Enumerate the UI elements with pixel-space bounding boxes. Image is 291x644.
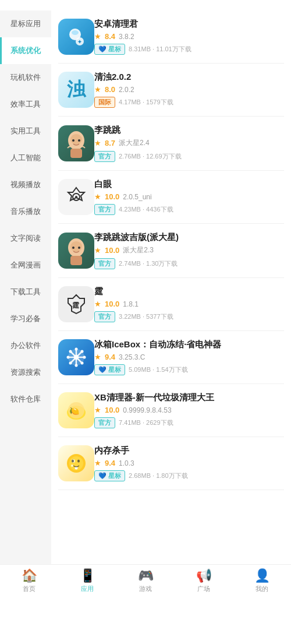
star-icon-memory: ★ [94, 459, 101, 467]
app-icon-ting: 霆 [58, 286, 94, 322]
nav-item-square[interactable]: 📢 广场 [175, 565, 233, 597]
svg-point-6 [72, 139, 74, 142]
nav-item-games[interactable]: 🎮 游戏 [116, 565, 175, 597]
app-info-xb: XB清理器-新一代垃圾清理大王 ★ 10.0 0.9999.9.8.4.53 官… [94, 392, 284, 428]
svg-text:霆: 霆 [72, 301, 80, 309]
nav-item-apps[interactable]: 📱 应用 [58, 565, 116, 597]
app-version-litiaotiao2: 派大星2.3 [123, 245, 154, 255]
sidebar-item-efficiency[interactable]: 效率工具 [0, 91, 51, 118]
app-item-cleaner[interactable]: ✦ 安卓清理君 ★ 8.4 3.8.2 💙 星标 8.31MB · 11.01万… [58, 10, 284, 64]
app-item-xb[interactable]: 🍋 XB清理器-新一代垃圾清理大王 ★ 10.0 0.9999.9.8.4.53… [58, 384, 284, 437]
app-rating-row-xb: ★ 10.0 0.9999.9.8.4.53 [94, 406, 284, 414]
app-name-cleaner: 安卓清理君 [94, 19, 284, 30]
svg-point-35 [71, 464, 73, 467]
app-item-qingzhuo[interactable]: 浊 清浊2.0.2 ★ 8.0 2.0.2 国际 4.17MB · 1579下载 [58, 64, 284, 117]
app-version-ting: 1.8.1 [123, 300, 139, 308]
app-info-litiaotiao2: 李跳跳波吉版(派大星) ★ 10.0 派大星2.3 官方 2.74MB · 1.… [94, 232, 284, 269]
nav-label-square: 广场 [197, 585, 210, 593]
badge-icebox: 💙 星标 [94, 364, 125, 375]
app-size-dl-qingzhuo: 4.17MB · 1579下载 [119, 98, 173, 107]
app-version-baiyan: 2.0.5_uni [123, 193, 151, 201]
badge-baiyan: 官方 [94, 204, 115, 215]
app-size-dl-memory: 2.68MB · 1.80万下载 [129, 471, 188, 480]
svg-point-13 [70, 241, 82, 252]
app-rating-row-icebox: ★ 9.4 3.25.3.C [94, 353, 284, 361]
app-rating-row-baiyan: ★ 10.0 2.0.5_uni [94, 192, 284, 201]
star-icon-xb: ★ [94, 406, 101, 414]
sidebar-item-comics[interactable]: 全网漫画 [0, 252, 51, 279]
app-meta-cleaner: 💙 星标 8.31MB · 11.01万下载 [94, 44, 284, 55]
sidebar-item-music[interactable]: 音乐播放 [0, 198, 51, 225]
sidebar-item-utility[interactable]: 实用工具 [0, 118, 51, 145]
rating-score-baiyan: 10.0 [105, 192, 119, 201]
app-info-cleaner: 安卓清理君 ★ 8.4 3.8.2 💙 星标 8.31MB · 11.01万下载 [94, 19, 284, 55]
rating-score-cleaner: 8.4 [105, 32, 115, 41]
app-meta-litiaotiao: 官方 2.76MB · 12.69万下载 [94, 151, 284, 162]
sidebar-item-ai[interactable]: 人工智能 [0, 145, 51, 171]
sidebar-item-study[interactable]: 学习必备 [0, 305, 51, 332]
app-rating-row-litiaotiao: ★ 8.7 派大星2.4 [94, 138, 284, 148]
star-icon-litiaotiao: ★ [94, 139, 101, 147]
nav-label-games: 游戏 [139, 585, 152, 593]
star-icon-qingzhuo: ★ [94, 85, 101, 94]
svg-point-11 [75, 196, 77, 198]
nav-item-home[interactable]: 🏠 首页 [0, 565, 58, 597]
sidebar-item-resource[interactable]: 资源搜索 [0, 359, 51, 386]
app-item-baiyan[interactable]: 白眼 ★ 10.0 2.0.5_uni 官方 4.23MB · 4436下载 [58, 171, 284, 224]
star-icon-icebox: ★ [94, 353, 101, 361]
rating-score-icebox: 9.4 [105, 353, 115, 361]
app-rating-row-cleaner: ★ 8.4 3.8.2 [94, 32, 284, 41]
badge-cleaner: 💙 星标 [94, 44, 125, 55]
svg-point-37 [72, 460, 74, 463]
badge-xb: 官方 [94, 417, 115, 428]
svg-point-24 [83, 356, 86, 359]
app-item-litiaotiao2[interactable]: 李跳跳波吉版(派大星) ★ 10.0 派大星2.3 官方 2.74MB · 1.… [58, 224, 284, 278]
svg-rect-16 [70, 256, 82, 265]
sidebar-item-starred[interactable]: 星标应用 [0, 10, 51, 37]
app-name-memory: 内存杀手 [94, 445, 284, 456]
app-icon-qingzhuo: 浊 [58, 72, 94, 108]
app-version-litiaotiao: 派大星2.4 [119, 138, 150, 148]
app-item-ting[interactable]: 霆 霆 ★ 10.0 1.8.1 官方 3.22MB · 5377下载 [58, 278, 284, 331]
app-size-dl-icebox: 5.09MB · 1.54万下载 [129, 365, 188, 374]
svg-point-27 [81, 350, 84, 353]
app-list: ✦ 安卓清理君 ★ 8.4 3.8.2 💙 星标 8.31MB · 11.01万… [51, 10, 291, 564]
app-name-ting: 霆 [94, 286, 284, 297]
svg-point-26 [81, 362, 84, 365]
app-meta-qingzhuo: 国际 4.17MB · 1579下载 [94, 97, 284, 108]
app-info-qingzhuo: 清浊2.0.2 ★ 8.0 2.0.2 国际 4.17MB · 1579下载 [94, 72, 284, 108]
app-rating-row-litiaotiao2: ★ 10.0 派大星2.3 [94, 245, 284, 255]
app-version-xb: 0.9999.9.8.4.53 [123, 406, 171, 414]
badge-litiaotiao: 官方 [94, 151, 115, 162]
app-item-litiaotiao[interactable]: 李跳跳 ★ 8.7 派大星2.4 官方 2.76MB · 12.69万下载 [58, 117, 284, 171]
star-icon-ting: ★ [94, 300, 101, 308]
nav-icon-games: 🎮 [138, 568, 154, 583]
sidebar-item-store[interactable]: 软件仓库 [0, 386, 51, 413]
sidebar-item-office[interactable]: 办公软件 [0, 332, 51, 359]
category-sidebar: 星标应用系统优化玩机软件效率工具实用工具人工智能视频播放音乐播放文字阅读全网漫画… [0, 10, 51, 564]
svg-point-28 [69, 362, 72, 365]
app-rating-row-qingzhuo: ★ 8.0 2.0.2 [94, 85, 284, 94]
svg-text:✦: ✦ [77, 39, 82, 45]
sidebar-item-reading[interactable]: 文字阅读 [0, 225, 51, 252]
app-item-icebox[interactable]: 冰箱IceBox：自动冻结·省电神器 ★ 9.4 3.25.3.C 💙 星标 5… [58, 331, 284, 384]
nav-item-mine[interactable]: 👤 我的 [233, 565, 291, 597]
app-icon-litiaotiao [58, 125, 94, 161]
sidebar-item-video[interactable]: 视频播放 [0, 171, 51, 198]
app-icon-cleaner: ✦ [58, 19, 94, 55]
rating-score-xb: 10.0 [105, 406, 119, 414]
sidebar-item-download[interactable]: 下载工具 [0, 279, 51, 305]
app-icon-baiyan [58, 179, 94, 215]
sidebar-item-sysopt[interactable]: 系统优化 [0, 37, 51, 64]
nav-icon-home: 🏠 [22, 568, 37, 583]
app-item-memory[interactable]: 内存杀手 ★ 9.4 1.0.3 💙 星标 2.68MB · 1.80万下载 [58, 437, 284, 490]
app-icon-memory [58, 445, 94, 481]
badge-ting: 官方 [94, 311, 115, 322]
svg-point-25 [69, 350, 72, 353]
star-icon-baiyan: ★ [94, 192, 101, 201]
app-icon-icebox [58, 339, 94, 375]
app-meta-icebox: 💙 星标 5.09MB · 1.54万下载 [94, 364, 284, 375]
app-size-dl-litiaotiao2: 2.74MB · 1.30万下载 [119, 259, 178, 268]
sidebar-item-play[interactable]: 玩机软件 [0, 64, 51, 91]
svg-point-38 [77, 460, 80, 463]
